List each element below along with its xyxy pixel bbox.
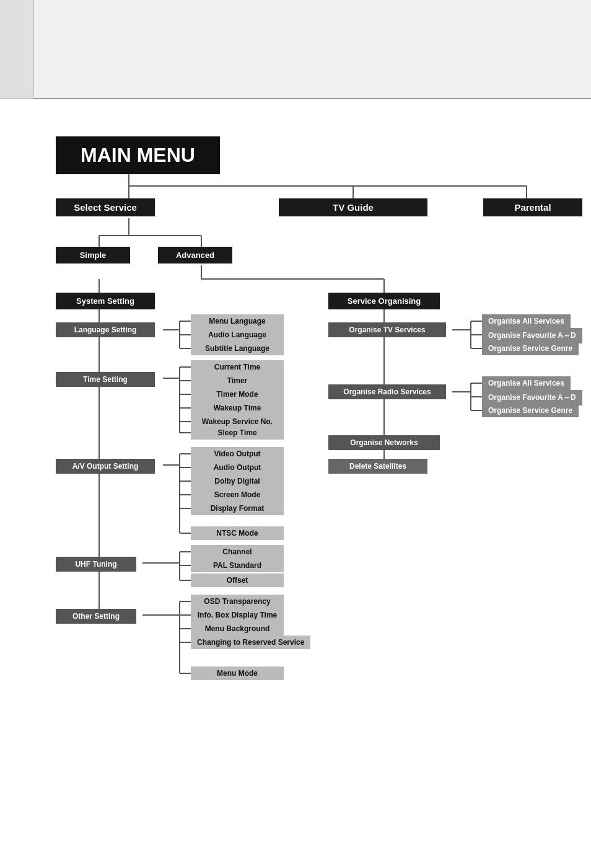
av-output-label: A/V Output Setting: [56, 459, 155, 474]
sleep-time-label: Sleep Time: [191, 426, 284, 440]
organise-networks-node[interactable]: Organise Networks: [328, 435, 440, 450]
simple-node[interactable]: Simple: [56, 247, 130, 264]
info-box-node[interactable]: Info. Box Display Time: [191, 608, 284, 622]
channel-node[interactable]: Channel: [191, 545, 284, 559]
sleep-time-node[interactable]: Sleep Time: [191, 426, 284, 440]
subtitle-language-label: Subtitle Language: [191, 342, 284, 355]
advanced-label: Advanced: [158, 247, 232, 264]
main-menu-node: MAIN MENU: [56, 136, 220, 174]
timer-node[interactable]: Timer: [191, 374, 284, 388]
tv-service-genre-label: Organise Service Genre: [482, 342, 579, 355]
ntsc-mode-label: NTSC Mode: [191, 526, 284, 540]
diagram: MAIN MENU Select Service TV Guide Parent…: [19, 130, 589, 843]
screen-mode-label: Screen Mode: [191, 488, 284, 502]
audio-output-node[interactable]: Audio Output: [191, 461, 284, 474]
time-setting-node[interactable]: Time Setting: [56, 372, 155, 387]
other-setting-node[interactable]: Other Setting: [56, 609, 136, 624]
tv-all-services-label: Organise All Services: [482, 314, 571, 328]
delete-satellites-node[interactable]: Delete Satellites: [328, 459, 427, 474]
service-organising-label: Service Organising: [328, 293, 440, 309]
offset-label: Offset: [191, 574, 284, 587]
tv-service-genre-node[interactable]: Organise Service Genre: [482, 342, 579, 355]
video-output-node[interactable]: Video Output: [191, 447, 284, 461]
timer-mode-node[interactable]: Timer Mode: [191, 388, 284, 401]
timer-mode-label: Timer Mode: [191, 388, 284, 401]
av-output-node[interactable]: A/V Output Setting: [56, 459, 155, 474]
side-tab: [0, 0, 34, 99]
dolby-digital-node[interactable]: Dolby Digital: [191, 474, 284, 488]
osd-transparency-label: OSD Transparency: [191, 595, 284, 608]
organise-radio-node[interactable]: Organise Radio Services: [328, 384, 446, 399]
screen-mode-node[interactable]: Screen Mode: [191, 488, 284, 502]
audio-output-label: Audio Output: [191, 461, 284, 474]
select-service-label: Select Service: [56, 198, 155, 216]
tv-guide-label: TV Guide: [279, 198, 427, 216]
main-content: MAIN MENU Select Service TV Guide Parent…: [0, 99, 591, 868]
menu-mode-label: Menu Mode: [191, 666, 284, 680]
uhf-tuning-node[interactable]: UHF Tuning: [56, 557, 136, 572]
uhf-tuning-label: UHF Tuning: [56, 557, 136, 572]
organise-tv-label: Organise TV Services: [328, 322, 446, 337]
other-setting-label: Other Setting: [56, 609, 136, 624]
service-organising-node[interactable]: Service Organising: [328, 293, 440, 309]
time-setting-label: Time Setting: [56, 372, 155, 387]
radio-service-genre-node[interactable]: Organise Service Genre: [482, 404, 579, 417]
video-output-label: Video Output: [191, 447, 284, 461]
parental-node[interactable]: Parental: [483, 198, 582, 216]
osd-transparency-node[interactable]: OSD Transparency: [191, 595, 284, 608]
menu-language-node[interactable]: Menu Language: [191, 314, 284, 328]
tv-guide-node[interactable]: TV Guide: [279, 198, 427, 216]
connector-lines: [19, 130, 589, 843]
parental-label: Parental: [483, 198, 582, 216]
display-format-node[interactable]: Display Format: [191, 502, 284, 515]
radio-all-services-node[interactable]: Organise All Services: [482, 376, 571, 390]
channel-label: Channel: [191, 545, 284, 559]
main-menu-title: MAIN MENU: [56, 136, 220, 174]
pal-standard-node[interactable]: PAL Standard: [191, 559, 284, 572]
audio-language-label: Audio Language: [191, 328, 284, 342]
current-time-label: Current Time: [191, 360, 284, 374]
changing-reserved-node[interactable]: Changing to Reserved Service: [191, 636, 310, 649]
timer-label: Timer: [191, 374, 284, 388]
subtitle-language-node[interactable]: Subtitle Language: [191, 342, 284, 355]
simple-label: Simple: [56, 247, 130, 264]
language-setting-node[interactable]: Language Setting: [56, 322, 155, 337]
info-box-label: Info. Box Display Time: [191, 608, 284, 622]
organise-tv-node[interactable]: Organise TV Services: [328, 322, 446, 337]
organise-networks-label: Organise Networks: [328, 435, 440, 450]
language-setting-label: Language Setting: [56, 322, 155, 337]
organise-radio-label: Organise Radio Services: [328, 384, 446, 399]
menu-language-label: Menu Language: [191, 314, 284, 328]
display-format-label: Display Format: [191, 502, 284, 515]
pal-standard-label: PAL Standard: [191, 559, 284, 572]
system-setting-node[interactable]: System Setting: [56, 293, 155, 309]
offset-node[interactable]: Offset: [191, 574, 284, 587]
menu-mode-node[interactable]: Menu Mode: [191, 666, 284, 680]
radio-service-genre-label: Organise Service Genre: [482, 404, 579, 417]
system-setting-label: System Setting: [56, 293, 155, 309]
top-bar: [0, 0, 591, 99]
advanced-node[interactable]: Advanced: [158, 247, 232, 264]
wakeup-time-node[interactable]: Wakeup Time: [191, 401, 284, 415]
menu-background-label: Menu Background: [191, 622, 284, 636]
delete-satellites-label: Delete Satellites: [328, 459, 427, 474]
changing-reserved-label: Changing to Reserved Service: [191, 636, 310, 649]
menu-background-node[interactable]: Menu Background: [191, 622, 284, 636]
audio-language-node[interactable]: Audio Language: [191, 328, 284, 342]
radio-all-services-label: Organise All Services: [482, 376, 571, 390]
tv-all-services-node[interactable]: Organise All Services: [482, 314, 571, 328]
current-time-node[interactable]: Current Time: [191, 360, 284, 374]
dolby-digital-label: Dolby Digital: [191, 474, 284, 488]
select-service-node[interactable]: Select Service: [56, 198, 155, 216]
ntsc-mode-node[interactable]: NTSC Mode: [191, 526, 284, 540]
wakeup-time-label: Wakeup Time: [191, 401, 284, 415]
